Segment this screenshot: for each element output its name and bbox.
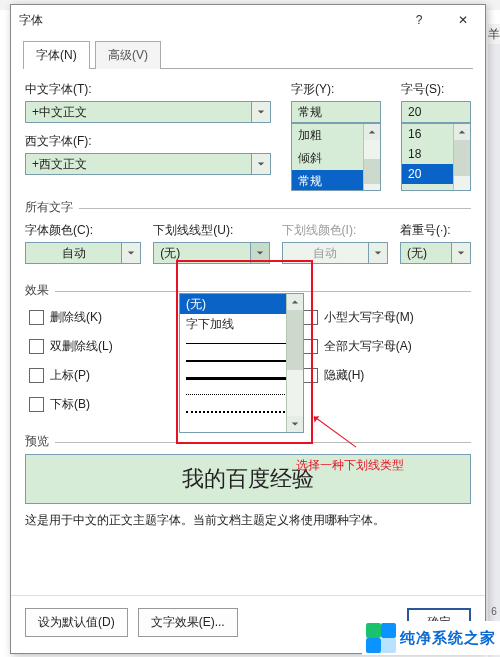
underline-type-combo[interactable]: (无) <box>153 242 269 264</box>
checkbox-icon <box>29 310 44 325</box>
scroll-thumb[interactable] <box>287 310 303 370</box>
emphasis-value: (无) <box>401 245 451 262</box>
chevron-down-icon <box>250 243 269 263</box>
underline-line-option[interactable] <box>186 351 297 368</box>
style-input[interactable]: 常规 <box>291 101 381 123</box>
annotation-text: 选择一种下划线类型 <box>296 457 404 474</box>
scroll-up-icon[interactable] <box>287 294 303 310</box>
checkbox-label: 小型大写字母(M) <box>324 309 414 326</box>
checkbox-row[interactable]: 下标(B) <box>29 396 113 413</box>
right-gutter-num: 6 <box>491 606 497 617</box>
font-dialog: 字体 ? ✕ 字体(N) 高级(V) 中文字体(T): +中文正文 西文字体(F… <box>10 4 486 654</box>
size-listbox[interactable]: 161820 <box>401 123 471 191</box>
watermark-logo-icon <box>366 623 396 653</box>
tabstrip: 字体(N) 高级(V) <box>11 35 485 69</box>
font-color-value: 自动 <box>26 245 121 262</box>
checkbox-row[interactable]: 全部大写字母(A) <box>303 338 414 355</box>
checkbox-icon <box>303 368 318 383</box>
label-underline-type: 下划线线型(U): <box>153 222 269 239</box>
label-font-color: 字体颜色(C): <box>25 222 141 239</box>
label-cn-font: 中文字体(T): <box>25 81 271 98</box>
chevron-down-icon <box>251 102 270 122</box>
size-input[interactable]: 20 <box>401 101 471 123</box>
underline-option[interactable]: 字下加线 <box>180 314 303 334</box>
checkbox-label: 删除线(K) <box>50 309 102 326</box>
checkbox-icon <box>303 339 318 354</box>
label-size: 字号(S): <box>401 81 471 98</box>
checkbox-row[interactable]: 隐藏(H) <box>303 367 414 384</box>
style-listbox[interactable]: 加粗倾斜常规 <box>291 123 381 191</box>
size-input-value: 20 <box>408 105 421 119</box>
preview-text: 我的百度经验 <box>182 464 314 494</box>
set-default-label: 设为默认值(D) <box>38 615 115 629</box>
tab-advanced-label: 高级(V) <box>108 48 148 62</box>
checkbox-label: 隐藏(H) <box>324 367 365 384</box>
underline-line-option[interactable] <box>186 368 297 385</box>
chevron-down-icon <box>451 243 470 263</box>
help-icon: ? <box>416 13 423 27</box>
preview-description: 这是用于中文的正文主题字体。当前文档主题定义将使用哪种字体。 <box>25 512 471 529</box>
help-button[interactable]: ? <box>397 5 441 35</box>
section-all-text: 所有文字 <box>25 199 471 216</box>
close-icon: ✕ <box>458 13 468 27</box>
emphasis-combo[interactable]: (无) <box>400 242 471 264</box>
scrollbar[interactable] <box>453 124 470 190</box>
underline-dropdown-panel[interactable]: (无)字下加线 <box>179 293 304 433</box>
tab-advanced[interactable]: 高级(V) <box>95 41 161 69</box>
watermark-text: 纯净系统之家 <box>400 629 496 648</box>
label-underline-color: 下划线颜色(I): <box>282 222 388 239</box>
style-input-value: 常规 <box>298 104 322 121</box>
checkbox-label: 全部大写字母(A) <box>324 338 412 355</box>
close-button[interactable]: ✕ <box>441 5 485 35</box>
scroll-thumb[interactable] <box>364 159 380 184</box>
scroll-up-icon[interactable] <box>454 124 470 140</box>
label-style: 字形(Y): <box>291 81 381 98</box>
section-preview: 预览 <box>25 433 471 450</box>
underline-line-option[interactable] <box>186 385 297 402</box>
checkbox-label: 下标(B) <box>50 396 90 413</box>
scrollbar[interactable] <box>286 294 303 432</box>
scroll-up-icon[interactable] <box>364 124 380 140</box>
checkbox-icon <box>29 368 44 383</box>
text-effects-button[interactable]: 文字效果(E)... <box>138 608 238 637</box>
underline-line-option[interactable] <box>186 402 297 419</box>
en-font-value: +西文正文 <box>26 156 251 173</box>
checkbox-row[interactable]: 双删除线(L) <box>29 338 113 355</box>
scrollbar[interactable] <box>363 124 380 190</box>
tab-font[interactable]: 字体(N) <box>23 41 90 69</box>
chevron-down-icon <box>251 154 270 174</box>
ribbon-char: 羊 <box>488 24 500 44</box>
en-font-combo[interactable]: +西文正文 <box>25 153 271 175</box>
checkbox-icon <box>29 397 44 412</box>
watermark: 纯净系统之家 <box>362 621 500 655</box>
checkbox-row[interactable]: 删除线(K) <box>29 309 113 326</box>
checkbox-label: 双删除线(L) <box>50 338 113 355</box>
preview-box: 我的百度经验 <box>25 454 471 504</box>
checkbox-icon <box>303 310 318 325</box>
underline-option[interactable]: (无) <box>180 294 303 314</box>
underline-color-value: 自动 <box>283 245 368 262</box>
label-en-font: 西文字体(F): <box>25 133 271 150</box>
checkbox-icon <box>29 339 44 354</box>
scroll-down-icon[interactable] <box>287 416 303 432</box>
label-emphasis: 着重号(·): <box>400 222 471 239</box>
underline-color-combo: 自动 <box>282 242 388 264</box>
checkbox-row[interactable]: 上标(P) <box>29 367 113 384</box>
font-color-combo[interactable]: 自动 <box>25 242 141 264</box>
set-default-button[interactable]: 设为默认值(D) <box>25 608 128 637</box>
cn-font-combo[interactable]: +中文正文 <box>25 101 271 123</box>
underline-line-option[interactable] <box>186 334 297 351</box>
checkbox-row[interactable]: 小型大写字母(M) <box>303 309 414 326</box>
scroll-thumb[interactable] <box>454 140 470 176</box>
titlebar: 字体 ? ✕ <box>11 5 485 35</box>
chevron-down-icon <box>121 243 140 263</box>
chevron-down-icon <box>368 243 387 263</box>
checkbox-label: 上标(P) <box>50 367 90 384</box>
cn-font-value: +中文正文 <box>26 104 251 121</box>
tab-font-label: 字体(N) <box>36 48 77 62</box>
underline-type-value: (无) <box>154 245 249 262</box>
text-effects-label: 文字效果(E)... <box>151 615 225 629</box>
dialog-title: 字体 <box>19 12 397 29</box>
app-right-gutter: 羊 6 <box>488 24 500 657</box>
